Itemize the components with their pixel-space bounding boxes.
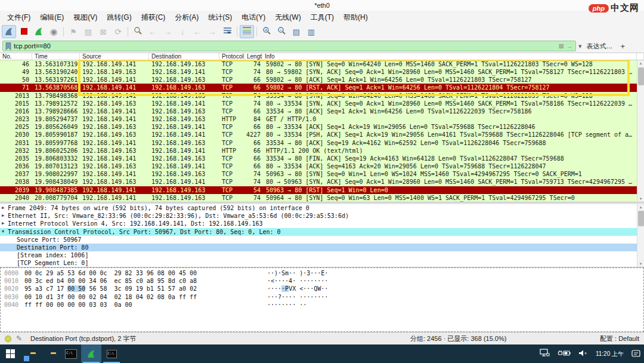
packet-row[interactable]: 203819.908438049192.168.149.163192.168.1…: [0, 178, 644, 186]
stop-capture-button[interactable]: [17, 25, 31, 38]
column-header-destination[interactable]: Destination: [149, 53, 219, 60]
packet-cell-length: 66: [244, 107, 262, 115]
packet-row[interactable]: 204020.008779704192.168.149.141192.168.1…: [0, 194, 644, 202]
packet-row[interactable]: 4913.563190240192.168.149.163192.168.149…: [0, 68, 644, 76]
packet-list-scrollbar[interactable]: ▴ ▾: [637, 60, 644, 202]
zoom-in-button[interactable]: +: [259, 25, 274, 38]
taskbar-item-folder[interactable]: [41, 344, 61, 363]
normal-size-button[interactable]: ▤: [289, 25, 304, 38]
packet-row[interactable]: 4613.563107319192.168.149.141192.168.149…: [0, 60, 644, 68]
packet-row[interactable]: 201313.798498368192.168.149.141192.168.1…: [0, 92, 644, 100]
zoom-out-button[interactable]: −: [274, 25, 289, 38]
collapse-icon[interactable]: ▼: [2, 228, 4, 236]
packet-row[interactable]: 203119.805997768192.168.149.141192.168.1…: [0, 139, 644, 147]
notifications-icon[interactable]: [631, 350, 640, 358]
menu-item-2[interactable]: 视图(V): [69, 11, 102, 24]
resize-columns-button[interactable]: ▥: [304, 25, 318, 38]
column-header-time[interactable]: Time: [32, 53, 80, 60]
packet-cell-time: 13.563197261: [32, 76, 80, 84]
restart-capture-button[interactable]: [32, 25, 46, 38]
scroll-up-icon[interactable]: ▴: [637, 60, 644, 66]
hex-row[interactable]: 000000 0c 29 a5 53 6d 00 0c 29 82 33 96 …: [1, 269, 643, 277]
clock[interactable]: 11:20 上午: [596, 350, 624, 358]
filter-dropdown-icon[interactable]: ▾: [578, 43, 582, 50]
capture-options-button[interactable]: ◉: [47, 25, 61, 38]
packet-cell-destination: 192.168.149.163: [149, 60, 219, 68]
packet-row[interactable]: 203019.805990187192.168.149.163192.168.1…: [0, 131, 644, 139]
packet-row[interactable]: 203919.908487385192.168.149.141192.168.1…: [0, 186, 644, 194]
hex-row[interactable]: 001000 3c ed b4 00 00 34 06 ec 85 c0 a8 …: [1, 277, 643, 285]
scroll-up-icon[interactable]: ▴: [637, 204, 644, 210]
profile-text[interactable]: 配置 : Default: [600, 334, 639, 343]
column-header-no[interactable]: No.: [0, 53, 32, 60]
packet-row[interactable]: 201513.798912572192.168.149.163192.168.1…: [0, 100, 644, 107]
find-packet-button[interactable]: [131, 25, 145, 38]
packet-cell-length: 74: [244, 68, 262, 76]
menu-item-7[interactable]: 电话(Y): [237, 11, 270, 24]
menu-item-8[interactable]: 无线(W): [270, 11, 305, 24]
packet-row[interactable]: 203619.807013123192.168.149.163192.168.1…: [0, 162, 644, 170]
detail-line[interactable]: Source Port: 50967: [0, 236, 644, 244]
scroll-down-icon[interactable]: ▾: [637, 261, 644, 267]
scrollbar-thumb[interactable]: [638, 211, 644, 226]
start-capture-button[interactable]: [2, 25, 16, 38]
menu-item-1[interactable]: 编辑(E): [35, 11, 69, 24]
scrollbar-thumb[interactable]: [638, 67, 644, 85]
packet-row[interactable]: 5013.563197261192.168.149.141192.168.149…: [0, 76, 644, 84]
menu-item-4[interactable]: 捕获(C): [137, 11, 171, 24]
menu-item-6[interactable]: 统计(S): [203, 11, 237, 24]
clear-filter-icon[interactable]: ⊠: [559, 43, 564, 50]
expand-icon[interactable]: ▶: [2, 220, 4, 227]
packet-bytes-pane[interactable]: 000000 0c 29 a5 53 6d 00 0c 29 82 33 96 …: [0, 267, 644, 332]
auto-scroll-button[interactable]: [220, 25, 234, 38]
detail-line[interactable]: ▶Ethernet II, Src: Vmware_82:33:96 (00:0…: [0, 212, 644, 220]
detail-line[interactable]: [Stream index: 1006]: [0, 251, 644, 259]
detail-line[interactable]: Destination Port: 80: [0, 244, 644, 251]
menu-item-5[interactable]: 分析(A): [170, 11, 203, 24]
menu-item-9[interactable]: 工具(T): [306, 11, 339, 24]
menu-item-0[interactable]: 文件(F): [2, 11, 35, 24]
expression-button[interactable]: 表达式…: [584, 42, 615, 51]
detail-line[interactable]: [TCP Segment Len: 0]: [0, 259, 644, 267]
taskbar-item-terminal-2[interactable]: C:\: [101, 344, 122, 363]
taskbar-item-terminal[interactable]: C:\: [61, 344, 81, 363]
packet-row[interactable]: 203519.806803332192.168.149.141192.168.1…: [0, 155, 644, 162]
bookmark-icon[interactable]: [5, 42, 11, 50]
packet-row[interactable]: 7113.563870568192.168.149.141192.168.149…: [0, 84, 644, 91]
packet-row[interactable]: 202519.805626049192.168.149.163192.168.1…: [0, 123, 644, 131]
expand-icon[interactable]: ▶: [2, 212, 4, 220]
expert-info-icon[interactable]: [5, 336, 11, 342]
hex-row[interactable]: 002095 a3 c7 17 00 50 56 58 3c 09 19 b1 …: [1, 285, 643, 293]
add-filter-button[interactable]: +: [618, 42, 628, 51]
menu-item-3[interactable]: 跳转(G): [102, 11, 136, 24]
packet-row[interactable]: 201613.798928666192.168.149.141192.168.1…: [0, 107, 644, 115]
display-filter-input[interactable]: tcp.port==80 ⊠ →: [2, 41, 576, 51]
volume-muted-icon[interactable]: ×: [578, 349, 588, 359]
expand-icon[interactable]: ▶: [2, 204, 4, 212]
packet-row[interactable]: 203719.908022997192.168.149.141192.168.1…: [0, 170, 644, 178]
detail-line[interactable]: ▼Transmission Control Protocol, Src Port…: [0, 228, 644, 236]
column-header-protocol[interactable]: Protocol: [219, 53, 244, 60]
apply-filter-icon[interactable]: →: [566, 43, 573, 50]
taskbar-item-wireshark[interactable]: [81, 344, 101, 363]
taskbar-item-file-explorer[interactable]: [20, 344, 41, 363]
taskbar-item-start[interactable]: [0, 344, 20, 363]
column-header-length[interactable]: Length: [244, 53, 262, 60]
detail-line[interactable]: ▶Internet Protocol Version 4, Src: 192.1…: [0, 220, 644, 227]
network-icon[interactable]: [540, 349, 550, 359]
menu-item-10[interactable]: 帮助(H): [339, 11, 373, 24]
detail-line[interactable]: ▶Frame 2049: 74 bytes on wire (592 bits)…: [0, 204, 644, 212]
filter-value[interactable]: tcp.port==80: [14, 42, 556, 50]
packet-row[interactable]: 202319.805294737192.168.149.141192.168.1…: [0, 115, 644, 123]
column-header-info[interactable]: Info: [262, 53, 637, 60]
capture-comment-icon[interactable]: ✎: [16, 334, 22, 343]
details-scrollbar[interactable]: ▴ ▾: [637, 204, 644, 267]
scroll-down-icon[interactable]: ▾: [637, 196, 644, 202]
hex-row[interactable]: 003000 10 d1 3f 00 00 02 04 02 18 04 02 …: [1, 293, 643, 301]
hex-row[interactable]: 0040ff ff 00 00 00 00 03 03 0a 00·······…: [1, 301, 643, 309]
power-icon[interactable]: [558, 349, 571, 359]
packet-cell-time: 19.805626049: [32, 123, 80, 131]
packet-row[interactable]: 203219.806025206192.168.149.163192.168.1…: [0, 147, 644, 155]
colorize-button[interactable]: [240, 25, 254, 38]
column-header-source[interactable]: Source: [80, 53, 149, 60]
